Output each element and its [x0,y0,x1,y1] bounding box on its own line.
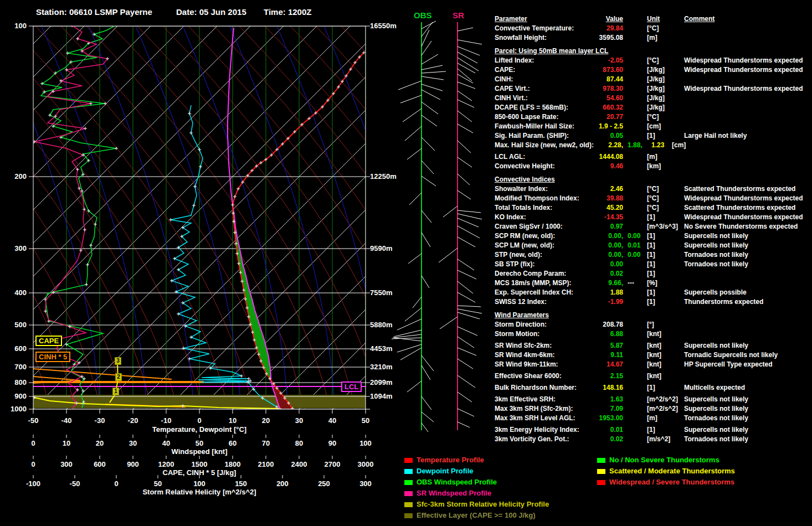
param-comment: Widespread Thunderstorms expected [684,85,803,92]
wind-barb [397,319,422,330]
table-row: Derecho Comp Param:0.02[1] [495,270,808,279]
legend-label: Scattered / Moderate Thunderstorms [609,467,735,475]
axis-tick-label: 30 [281,416,317,425]
axis-title: Storm Relative Helicity [m^2/s^2] [33,488,366,496]
sr-wind-column-label: SR [453,11,464,20]
table-row: KO Index:-14.35[1]Widespread Thunderstor… [495,213,808,223]
header-unit: Unit [647,15,660,23]
table-row: Sig. Hail Param. (SHIP):0.05[1]Large Hai… [495,132,808,141]
param-unit: [1] [647,384,655,391]
param-unit: [1] [647,298,655,306]
lcl-label: LCL [341,381,362,392]
table-row: Lifted Index:-2.05[°C]Widespread Thunder… [495,56,808,66]
altitude-label: 16550m [370,22,397,30]
wind-barb [458,63,475,73]
param-value: 87.44 [495,75,623,83]
param-value: 978.30 [495,85,623,92]
wind-barb [394,330,422,337]
srh-km-marker: 3 [115,357,121,365]
param-unit: [1] [647,213,655,221]
axis-tick-label: 30 [115,439,151,447]
wind-barb [458,190,471,199]
wind-barb [458,237,475,247]
legend-swatch [597,480,605,485]
param-value: 148.16 [495,384,623,391]
param-value: 0.02 [495,435,623,443]
param-value: 39.88 [495,194,623,202]
wind-barb [405,126,422,141]
axis-tick-label: 200 [265,479,300,488]
param-value: 9.11 [495,351,623,359]
wind-barb [422,412,434,422]
param-value-2: --- [628,279,634,287]
pressure-label: 800 [3,378,27,386]
param-unit: [knt] [647,372,661,380]
legend-label: OBS Windspeed Profile [417,478,497,486]
param-unit: [°C] [647,113,659,121]
wind-barb [458,214,482,219]
axis-tick-label: -40 [49,416,84,425]
axis-tick-label: 20 [82,439,117,447]
param-value: -2.05 [495,56,623,64]
parameter-table: ParameterValueUnitCommentConvective Temp… [495,15,808,445]
param-comment: Thunderstorms expected [684,298,763,306]
axis-tick-label: 300 [49,460,84,468]
isotherm-line [0,26,217,409]
param-value: 1.88 [495,288,623,296]
wind-barb [440,317,458,329]
table-section-heading: Parcel: Using 50mB mean layer LCL [495,47,808,56]
wind-barb [422,65,443,70]
param-comment: Widespread Thunderstorms expected [684,56,803,64]
table-row: CAPE Virt.:978.30[J/kg]Widespread Thunde… [495,85,808,94]
param-comment: No Severe Thunderstorms expected [684,223,798,230]
legend-swatch [404,513,413,518]
param-value: 0.02 [495,270,623,277]
axis-tick-label: 100 [348,439,383,447]
param-value-2: 0.00 [628,232,640,240]
wind-barb [458,409,474,416]
param-unit: [1] [647,426,655,434]
wind-barb [422,102,438,114]
dry-adiabat-line [0,26,203,409]
param-value: 660.32 [495,104,623,111]
cape-label: CAPE [35,336,62,346]
param-unit: [m^2/s^2] [647,405,678,412]
param-unit: [1] [647,251,655,259]
pressure-label: 600 [3,344,27,353]
param-value: 2.46 [495,185,623,193]
param-comment: Supercells not likely [684,395,748,403]
axis-tick-label: -30 [82,416,117,425]
param-unit: [°C] [647,194,659,202]
srh-km-marker: 1 [112,388,119,395]
param-unit: [m^3/s^3] [647,223,678,230]
param-unit: [°C] [647,185,659,193]
param-unit: [m] [647,153,657,161]
table-row: Total Totals Index:45.20[°C]Scattered Th… [495,204,808,213]
param-value: 14.67 [495,360,623,368]
param-comment: Supercells not likely [684,241,748,249]
param-unit: [m] [647,34,657,42]
param-value-2: 1.88, [628,141,643,149]
param-value: 6.88 [495,330,623,338]
param-unit: [1] [647,232,655,240]
wind-barb [458,210,481,213]
axis-title: CAPE, CINH * 5 [J/kg] [33,468,366,477]
table-row: SR Wind 4km-6km:9.11[knt]Tornadic Superc… [495,351,808,360]
param-comment: Tornadoes not likely [684,251,748,259]
param-value: 0.00, [495,241,623,249]
param-value: 54.60 [495,94,623,102]
param-comment: Supercells not likely [684,426,748,434]
axis-tick-label: -20 [115,416,151,425]
wind-barb [403,109,422,122]
wind-barb [422,423,428,432]
param-value-3: 1.23 [651,141,664,149]
param-value: 0.00 [495,260,623,268]
param-comment: Tornadoes not likely [684,435,748,443]
wind-barb [458,52,477,63]
param-unit: [°] [647,321,654,328]
axis-tick-label: 300 [348,479,383,488]
altitude-label: 12250m [370,172,397,181]
param-value: 1.9 - 2.5 [495,122,623,130]
axis-tick-label: 0 [16,460,51,468]
param-comment: Scattered Thunderstorms expected [684,204,795,212]
